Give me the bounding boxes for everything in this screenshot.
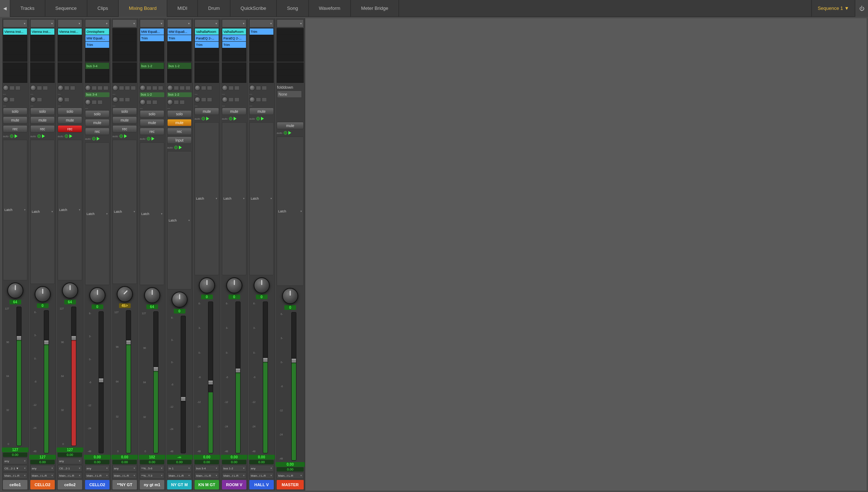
ch2-insert-1[interactable]: Vienna Inst... (31, 28, 54, 35)
ch1-pan-btn1[interactable] (9, 86, 15, 90)
ch8-auto-play[interactable] (206, 117, 209, 120)
ch5-pan-btn2[interactable] (125, 86, 130, 90)
tab-waveform[interactable]: Waveform (309, 0, 351, 17)
ch2-auto-play[interactable] (42, 134, 45, 138)
ch1-insert-2[interactable] (3, 35, 27, 42)
ch11-insert-3[interactable] (277, 42, 303, 48)
ch4-latch[interactable]: Latch (85, 142, 110, 285)
ch3-auto-circle[interactable] (65, 134, 68, 138)
tab-quickscribe[interactable]: QuickScribe (230, 0, 277, 17)
ch6-pan-btn3[interactable] (158, 86, 163, 90)
ch11-send-3[interactable] (277, 76, 303, 82)
tab-sequence[interactable]: Sequence (45, 0, 88, 17)
ch8-insert-4[interactable] (195, 48, 219, 55)
ch9-name[interactable]: ROOM V (222, 480, 246, 489)
tab-midi[interactable]: MIDI (167, 0, 198, 17)
ch2-fader-handle[interactable] (44, 340, 49, 345)
ch6-insert-5[interactable] (140, 55, 164, 61)
ch8-insert-5[interactable] (195, 55, 219, 61)
ch6-sub-btn2[interactable] (152, 100, 157, 104)
ch5-auto-circle[interactable] (119, 134, 123, 138)
ch5-insert-4[interactable] (113, 48, 137, 55)
ch10-sub-btn1[interactable] (256, 97, 261, 102)
ch2-fader-track[interactable] (44, 310, 49, 454)
ch2-latch[interactable]: Latch (30, 140, 55, 284)
ch8-pan-btn1[interactable] (201, 86, 206, 90)
ch2-input-select[interactable]: any (30, 465, 55, 472)
ch10-sub-pan-knob[interactable] (249, 97, 255, 103)
ch6-insert-4[interactable] (140, 48, 164, 55)
ch4-solo-btn[interactable]: solo (85, 110, 110, 118)
ch4-insert-1[interactable]: Omnisphere (85, 28, 109, 35)
ch4-sub-pan-knob[interactable] (85, 99, 91, 105)
ch11-vol-knob[interactable] (282, 288, 298, 304)
ch8-insert-2[interactable]: ParaEQ 2-... (195, 35, 219, 42)
ch7-rec-btn[interactable]: rec (167, 128, 192, 135)
ch1-insert-5[interactable] (3, 55, 27, 61)
ch3-mute-btn[interactable]: mute (58, 116, 82, 124)
ch10-auto-play[interactable] (261, 117, 264, 120)
ch7-sub-btn1[interactable] (174, 100, 179, 104)
ch11-output-select[interactable]: Main...t L-R (277, 472, 304, 479)
ch3-insert-5[interactable] (58, 55, 82, 61)
ch6-rec-btn[interactable]: rec (140, 128, 164, 135)
ch4-pan-btn3[interactable] (103, 86, 108, 90)
ch7-pan-btn1[interactable] (174, 86, 179, 90)
ch9-dropdown[interactable] (222, 19, 246, 27)
ch7-pan-btn2[interactable] (180, 86, 185, 90)
ch5-auto-play[interactable] (124, 134, 127, 138)
ch3-pan-knob[interactable] (58, 85, 64, 91)
ch4-pan-btn1[interactable] (92, 86, 97, 90)
ch11-insert-4[interactable] (277, 48, 303, 55)
ch1-input-select[interactable]: any (3, 458, 27, 464)
ch2-insert-5[interactable] (31, 55, 54, 61)
ch9-sub-pan-knob[interactable] (222, 97, 228, 103)
ch5-insert-5[interactable] (113, 55, 137, 61)
ch3-send-1[interactable] (58, 63, 82, 69)
ch9-insert-4[interactable] (222, 48, 246, 55)
ch7-name[interactable]: NY GT M (167, 480, 192, 489)
ch7-mute-btn[interactable]: mute (167, 119, 192, 126)
ch8-fader-track[interactable] (208, 301, 213, 454)
ch1-mute-btn[interactable]: mute (3, 116, 27, 124)
ch10-pan-btn2[interactable] (262, 86, 267, 90)
ch5-send-1[interactable] (113, 63, 137, 69)
ch2-mute-btn[interactable]: mute (30, 116, 55, 124)
ch6-pan-btn2[interactable] (152, 86, 157, 90)
ch3-fader-handle[interactable] (71, 336, 76, 340)
ch11-insert-2[interactable] (277, 35, 303, 42)
ch4-send-3[interactable] (85, 76, 109, 82)
ch3-insert-3[interactable] (58, 42, 82, 48)
ch1-mainout-select[interactable]: Main...t L-R (3, 472, 27, 479)
ch1-insert-1[interactable]: Vienna Inst... (3, 28, 27, 35)
ch9-pan-knob[interactable] (222, 85, 228, 91)
ch8-sub-btn1[interactable] (201, 97, 206, 102)
ch1-send-1[interactable] (3, 63, 27, 69)
ch4-output-select[interactable]: Main...t L-R (85, 472, 110, 479)
ch7-latch[interactable]: Latch (167, 151, 192, 289)
ch8-fader-handle[interactable] (208, 380, 213, 385)
ch9-auto-play[interactable] (234, 117, 237, 120)
ch2-pan-btn2[interactable] (43, 86, 48, 90)
sequence-selector[interactable]: Sequence 1 ▼ (811, 0, 855, 17)
ch9-send-1[interactable] (222, 63, 246, 69)
ch7-solo-btn[interactable]: solo (167, 110, 192, 118)
ch8-pan-knob[interactable] (195, 85, 200, 91)
ch6-sub-pan-knob[interactable] (140, 99, 146, 105)
ch3-mainout-select[interactable]: Main...t L-R (58, 472, 82, 479)
ch4-insert-5[interactable] (85, 55, 109, 61)
ch11-auto-circle[interactable] (284, 131, 287, 135)
ch1-fader-handle[interactable] (16, 336, 22, 340)
ch1-send-2[interactable] (3, 69, 27, 76)
ch6-auto-circle[interactable] (147, 137, 150, 141)
ch6-mute-btn[interactable]: mute (140, 119, 164, 126)
ch8-mute-btn[interactable]: mute (195, 108, 219, 115)
ch1-name[interactable]: cello1 (3, 480, 27, 489)
ch8-name[interactable]: KN M GT (195, 480, 219, 489)
ch1-sub-pan-knob[interactable] (3, 97, 9, 103)
ch2-dropdown[interactable] (30, 19, 55, 27)
ch6-send-3[interactable] (140, 76, 164, 82)
ch2-sub-pan-knob[interactable] (30, 97, 36, 103)
ch8-vol-knob[interactable] (199, 277, 215, 293)
ch4-rec-btn[interactable]: rec (85, 128, 110, 135)
